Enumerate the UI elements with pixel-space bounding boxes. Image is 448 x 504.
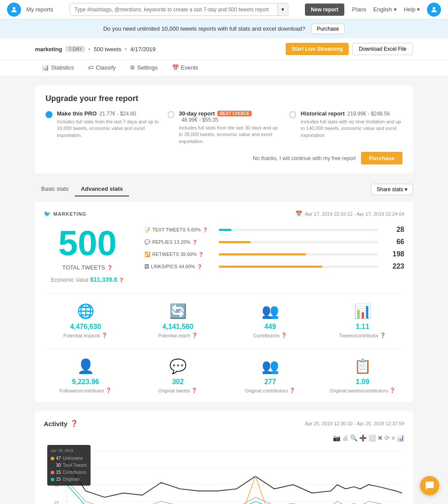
header-right: Plans English ▾ Help ▾ [352, 3, 441, 17]
reach-value: 4,141,560 [136, 323, 220, 331]
stats-tabs-row: Basic stats Advanced stats Share stats ▾ [35, 182, 413, 196]
tpc-label: Tweets/contributor ❓ [321, 332, 404, 338]
live-streaming-button[interactable]: Start Live Streaming [286, 43, 349, 55]
reach-label: Potential reach ❓ [136, 332, 220, 338]
retweets-help[interactable]: ❓ [198, 252, 203, 257]
upgrade-option-historical: Historical report 219.99€ - $248.56 Incl… [289, 110, 402, 145]
tab-settings[interactable]: ⚙ Settings [123, 60, 165, 76]
chart-tool-lines[interactable]: ≡ [392, 434, 395, 441]
chart-tool-pan[interactable]: ✖ [378, 434, 383, 441]
share-stats-button[interactable]: Share stats ▾ [371, 184, 413, 195]
help-link[interactable]: Help ▾ [404, 6, 420, 13]
replies-bar [219, 241, 251, 243]
ot-help[interactable]: ❓ [191, 388, 197, 393]
fpc-label: Followers/contributor ❓ [44, 388, 127, 393]
ot-icon: 💬 [136, 358, 220, 374]
chart-tool-select[interactable]: ⬜ [368, 434, 376, 441]
oc-label: Original contributors ❓ [228, 388, 312, 393]
impacts-help[interactable]: ❓ [102, 332, 108, 338]
classify-icon: 🏷 [88, 64, 94, 71]
replies-help[interactable]: ❓ [192, 240, 197, 245]
user-avatar[interactable] [427, 3, 441, 17]
activity-help-icon[interactable]: ❓ [70, 420, 78, 427]
chart-tool-plus[interactable]: ➕ [359, 434, 367, 441]
contributors-help[interactable]: ❓ [281, 332, 287, 338]
economic-help-icon[interactable]: ❓ [119, 278, 124, 283]
reach-icon: 🔄 [136, 303, 220, 319]
tpc-value: 1.11 [321, 323, 404, 331]
main-content: Upgrade your free report Make this PRO 2… [0, 77, 448, 504]
fpc-icon: 👤 [44, 358, 127, 374]
calendar-icon: 📅 [295, 210, 302, 217]
contributors-value: 449 [228, 323, 312, 331]
plans-link[interactable]: Plans [352, 6, 367, 13]
purchase-button[interactable]: Purchase [361, 152, 402, 164]
retweets-row: 🔁 RETWEETS 39.60% ❓ 198 [144, 250, 404, 258]
economic-value: Economic Value $11,339.8 ❓ [44, 276, 131, 283]
otpc-value: 1.09 [321, 378, 404, 386]
links-pics-label: 🖼 LINKS/PICS 44.60% ❓ [144, 264, 214, 269]
advanced-stats-tab[interactable]: Advanced stats [75, 182, 129, 196]
potential-reach-metric: 🔄 4,141,560 Potential reach ❓ [136, 303, 220, 338]
upgrade-title: Upgrade your free report [46, 94, 402, 103]
original-tweets-metric: 💬 302 Original tweets ❓ [136, 358, 220, 393]
ot-value: 302 [136, 378, 220, 386]
my-reports-link[interactable]: My reports [26, 6, 53, 13]
report-badge: 7-DAY [66, 46, 85, 52]
no-thanks-text: No thanks, I will continue with my free … [253, 155, 356, 161]
activity-date: Apr 25, 2019 12:30:10 - Apr 25, 2019 12:… [305, 421, 404, 426]
total-tweets-help-icon[interactable]: ❓ [107, 265, 113, 270]
search-dropdown-btn[interactable]: ▾ [277, 4, 288, 15]
links-help[interactable]: ❓ [197, 264, 202, 269]
logo[interactable] [7, 3, 21, 17]
fpc-help[interactable]: ❓ [105, 388, 112, 393]
total-tweets-section: 500 TOTAL TWEETS ❓ Economic Value $11,33… [44, 226, 131, 283]
historical-radio[interactable] [289, 111, 296, 118]
pro-radio[interactable] [46, 111, 52, 118]
chart-tool-print[interactable]: 🖨 [342, 434, 348, 441]
tpc-icon: 📊 [321, 303, 404, 319]
chart-tool-bar[interactable]: 📊 [397, 434, 404, 441]
tab-events[interactable]: 📅 Events [165, 60, 206, 76]
chart-toolbar: 📷 🖨 🔍 ➕ ⬜ ✖ ⟳ ≡ 📊 [44, 434, 404, 441]
text-tweets-help[interactable]: ❓ [203, 228, 208, 232]
contributors-label: Contributors ❓ [228, 332, 312, 338]
impacts-label: Potential Impacts ❓ [44, 332, 127, 338]
basic-stats-tab[interactable]: Basic stats [35, 182, 75, 196]
tweets-per-contributor-metric: 📊 1.11 Tweets/contributor ❓ [321, 303, 404, 338]
30day-radio[interactable] [168, 111, 175, 118]
tpc-help[interactable]: ❓ [380, 332, 386, 338]
language-selector[interactable]: English ▾ [373, 6, 396, 13]
download-excel-button[interactable]: Download Excel File [352, 43, 413, 55]
otpc-help[interactable]: ❓ [389, 388, 396, 393]
stats-tabs: Basic stats Advanced stats [35, 182, 129, 196]
links-pics-row: 🖼 LINKS/PICS 44.60% ❓ 223 [144, 262, 404, 270]
retweets-label: 🔁 RETWEETS 39.60% ❓ [144, 252, 214, 257]
report-date: 4/17/2019 [130, 46, 156, 52]
activity-chart: 50 40 30 20 10 0 12:30 12:31 12:32 12:33… [44, 445, 404, 504]
header: My reports ▾ New report Plans English ▾ … [0, 0, 448, 19]
banner-text: Do you need unlimited 10,000 tweets repo… [103, 25, 305, 32]
new-report-button[interactable]: New report [305, 4, 345, 16]
upgrade-card: Upgrade your free report Make this PRO 2… [35, 85, 413, 173]
chat-bubble-button[interactable] [420, 476, 439, 495]
upgrade-option-30day: 30-day report BEST CHOICE 48.99€ - $55.3… [168, 110, 281, 145]
tab-classify[interactable]: 🏷 Classify [81, 60, 123, 76]
search-input[interactable] [70, 4, 277, 15]
link-icon: 🖼 [144, 264, 149, 269]
tab-statistics[interactable]: 📊 Statistics [35, 60, 81, 76]
reach-help[interactable]: ❓ [192, 332, 198, 338]
main-tabs: 📊 Statistics 🏷 Classify ⚙ Settings 📅 Eve… [0, 60, 448, 77]
potential-impacts-metric: 🌐 4,476,630 Potential Impacts ❓ [44, 303, 127, 338]
text-tweets-bar [219, 229, 231, 231]
chart-tooltip-1: Apr 25, 2019 47 Unknowns 30 Total Tweets… [47, 445, 91, 485]
chart-tool-zoom[interactable]: 🔍 [350, 434, 357, 441]
impacts-icon: 🌐 [44, 303, 127, 319]
chart-tool-camera[interactable]: 📷 [333, 434, 340, 441]
oc-icon: 👥 [228, 358, 312, 374]
followers-per-contributor-metric: 👤 9,223.96 Followers/contributor ❓ [44, 358, 127, 393]
chart-tool-reset[interactable]: ⟳ [385, 434, 390, 441]
oc-help[interactable]: ❓ [289, 388, 295, 393]
banner-purchase-button[interactable]: Purchase [311, 24, 345, 34]
replies-row: 💬 REPLIES 13.20% ❓ 66 [144, 238, 404, 246]
